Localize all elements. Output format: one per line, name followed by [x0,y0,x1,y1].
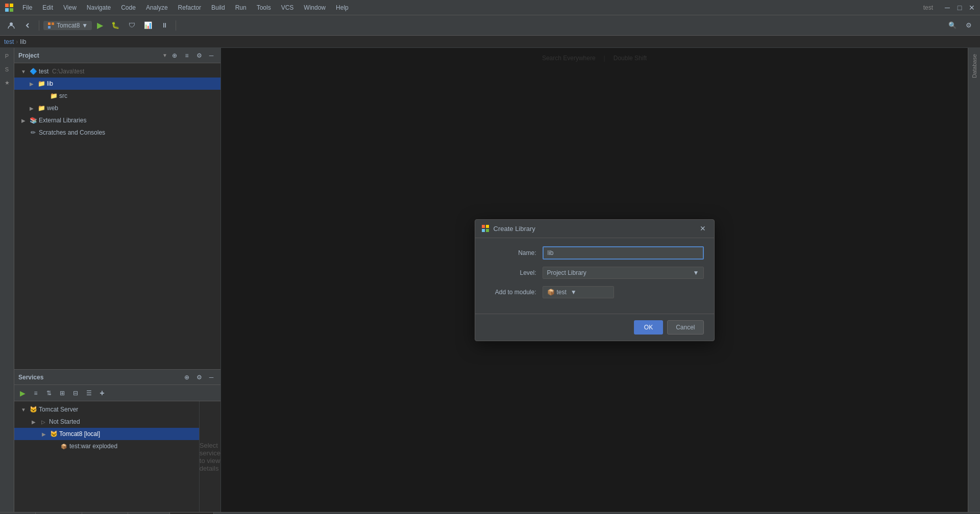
run-config-name: Tomcat8 [57,22,80,29]
maximize-button[interactable]: □ [955,4,964,12]
services-settings-button[interactable]: ⚙ [194,372,204,382]
arrow-tomcat8: ▶ [40,431,48,437]
lib-folder-icon: 📁 [37,80,46,88]
tree-item-web[interactable]: ▶ 📁 web [14,102,220,114]
panel-minimize-button[interactable]: ─ [206,50,216,61]
sidebar-structure-icon[interactable]: S [1,63,13,75]
menu-edit[interactable]: Edit [38,3,57,12]
dialog-logo-icon [481,224,489,233]
tab-services[interactable]: ⚙ Services [170,512,214,515]
tree-item-src[interactable]: 📁 src [14,90,220,102]
debug-button[interactable]: 🐛 [108,18,122,33]
menu-run[interactable]: Run [231,3,251,12]
tree-label-project: test C:\Java\test [39,68,218,75]
pause-button[interactable]: ⏸ [157,18,172,33]
ok-button[interactable]: OK [634,320,663,335]
services-tree-not-started[interactable]: ▶ ▷ Not Started [14,416,199,428]
sidebar-project-icon[interactable]: P [1,50,13,62]
tree-item-lib[interactable]: ▶ 📁 lib [14,78,220,90]
services-expand-button[interactable]: ⇅ [43,387,55,399]
project-panel-header: Project ▼ ⊕ ≡ ⚙ ─ [14,48,220,63]
arrow-external-libs: ▶ [19,118,28,123]
menu-vcs[interactable]: VCS [277,3,298,12]
arrow-not-started: ▶ [30,419,38,425]
bottom-tabbar: ≡ TODO ⚠ Problems ⬛ Terminal 📊 Profiler … [0,512,980,514]
svg-rect-3 [10,8,13,12]
services-panel-header: Services ⊕ ⚙ ─ [14,370,220,385]
tomcat8-icon: 🐱 [49,430,58,438]
services-filter-button[interactable]: ⊟ [69,387,82,399]
menu-build[interactable]: Build [207,3,229,12]
run-config-arrow: ▼ [82,22,88,29]
run-configuration[interactable]: Tomcat8 ▼ [43,21,92,30]
profile-button[interactable]: 📊 [141,18,155,33]
tab-profiler[interactable]: 📊 Profiler [128,512,170,515]
run-button[interactable]: ▶ [94,19,106,32]
dialog-close-button[interactable]: ✕ [698,223,708,234]
tab-todo[interactable]: ≡ TODO [0,512,36,515]
menu-view[interactable]: View [59,3,81,12]
collapse-all-button[interactable]: ≡ [182,50,192,61]
sidebar-favorites-icon[interactable]: ★ [1,76,13,89]
tree-label-external-libs: External Libraries [39,117,218,124]
services-tree-artifact[interactable]: 📦 test:war exploded [14,440,199,452]
breadcrumb: test › lib [0,36,980,48]
module-select[interactable]: 📦 test ▼ [543,286,614,298]
services-panel-title: Services [18,374,180,381]
tab-problems[interactable]: ⚠ Problems [36,512,82,515]
menu-tools[interactable]: Tools [253,3,275,12]
title-bar: File Edit View Navigate Code Analyze Ref… [0,0,980,15]
services-tree: ▼ 🐱 Tomcat Server ▶ ▷ Not Started ▶ [14,401,200,512]
dialog-header: Create Library ✕ [475,220,714,238]
project-icon: 🔷 [29,67,38,75]
services-add-button[interactable]: ⊕ [182,372,192,382]
services-tree-tomcat-server[interactable]: ▼ 🐱 Tomcat Server [14,403,199,416]
search-everywhere-button[interactable]: 🔍 [945,18,960,33]
menu-refactor[interactable]: Refactor [174,3,205,12]
name-input[interactable] [543,246,704,260]
tree-label-tomcat-server: Tomcat Server [39,406,197,413]
close-button[interactable]: ✕ [968,4,976,12]
window-controls: ─ □ ✕ [943,4,976,12]
level-select[interactable]: Project Library ▼ [543,267,704,279]
menu-window[interactable]: Window [300,3,330,12]
services-tree-tomcat8[interactable]: ▶ 🐱 Tomcat8 [local] [14,428,199,440]
tree-item-scratches[interactable]: ✏ Scratches and Consoles [14,126,220,139]
breadcrumb-project[interactable]: test [4,38,14,45]
breadcrumb-sep1: › [16,38,18,45]
services-run-button[interactable]: ▶ [16,387,29,399]
menu-navigate[interactable]: Navigate [83,3,115,12]
tree-item-project[interactable]: ▼ 🔷 test C:\Java\test [14,65,220,78]
database-sidebar-label[interactable]: Database [970,50,978,82]
window-title: test [923,4,933,11]
svg-rect-5 [48,22,51,25]
tree-label-lib: lib [47,80,218,87]
web-folder-icon: 📁 [37,104,46,112]
services-settings2-button[interactable]: ☰ [83,387,95,399]
panel-settings-button[interactable]: ⚙ [194,50,204,61]
menu-help[interactable]: Help [332,3,353,12]
services-group-button[interactable]: ⊞ [56,387,68,399]
menu-file[interactable]: File [18,3,36,12]
settings-button[interactable]: ⚙ [962,18,976,33]
dialog-footer: OK Cancel [475,314,714,341]
project-panel-title-arrow[interactable]: ▼ [162,53,167,58]
menu-analyze[interactable]: Analyze [142,3,172,12]
coverage-button[interactable]: 🛡 [125,18,139,33]
toolbar-separator-2 [176,20,176,31]
minimize-button[interactable]: ─ [943,4,951,12]
account-button[interactable] [4,18,18,33]
level-label: Level: [485,269,536,276]
services-collapse-all[interactable]: ≡ [30,387,42,399]
back-button[interactable] [20,18,35,33]
cancel-button[interactable]: Cancel [667,320,703,335]
menu-code[interactable]: Code [117,3,140,12]
tab-terminal[interactable]: ⬛ Terminal [82,512,128,515]
locate-button[interactable]: ⊕ [169,50,180,61]
services-minimize-button[interactable]: ─ [206,372,216,382]
dialog-body: Name: Level: Project Library ▼ [475,238,714,314]
services-add2-button[interactable]: + [96,387,108,399]
breadcrumb-lib[interactable]: lib [20,38,26,45]
main-toolbar: Tomcat8 ▼ ▶ 🐛 🛡 📊 ⏸ 🔍 ⚙ [0,15,980,36]
tree-item-external-libs[interactable]: ▶ 📚 External Libraries [14,114,220,126]
